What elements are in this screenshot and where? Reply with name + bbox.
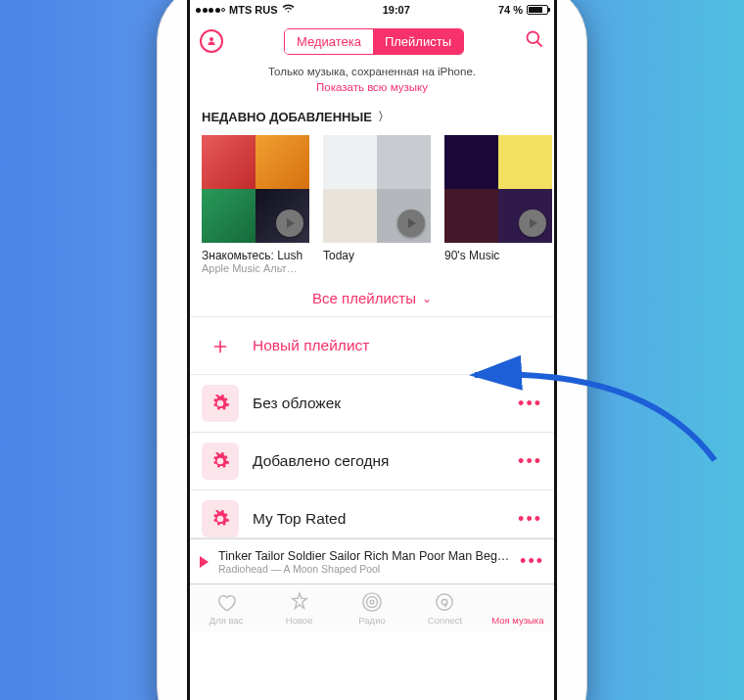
chevron-right-icon: 〉	[378, 109, 390, 125]
new-playlist-label: Новый плейлист	[253, 337, 542, 354]
tab-new[interactable]: Новое	[262, 584, 335, 631]
profile-icon[interactable]	[200, 29, 223, 53]
segmented-control: Медиатека Плейлисты	[284, 28, 464, 55]
tab-label: Connect	[428, 615, 462, 626]
recently-added-header[interactable]: НЕДАВНО ДОБАВЛЕННЫЕ 〉	[190, 103, 554, 131]
status-bar: MTS RUS 19:07 74 %	[190, 0, 554, 20]
more-icon[interactable]: •••	[518, 509, 542, 530]
all-playlists-selector[interactable]: Все плейлисты ⌄	[190, 274, 554, 316]
recent-card[interactable]: Знакомьтесь: Lush Apple Music Альт…	[202, 135, 309, 274]
more-icon[interactable]: •••	[518, 451, 542, 472]
card-title: Знакомьтесь: Lush	[202, 249, 309, 262]
recently-added-scroller[interactable]: Знакомьтесь: Lush Apple Music Альт… Toda…	[190, 131, 554, 274]
recently-added-label: НЕДАВНО ДОБАВЛЕННЫЕ	[202, 110, 372, 124]
wifi-icon	[282, 4, 295, 16]
svg-point-2	[370, 600, 374, 604]
now-playing-artist: Radiohead — A Moon Shaped Pool	[218, 563, 510, 575]
svg-point-4	[363, 592, 381, 610]
gear-icon	[202, 500, 239, 537]
more-icon[interactable]: •••	[518, 394, 542, 414]
chevron-down-icon: ⌄	[422, 292, 432, 305]
more-icon[interactable]: •••	[520, 551, 544, 572]
notice-text: Только музыка, сохраненная на iPhone.	[268, 66, 476, 77]
playlist-list: ＋ Новый плейлист Без обложек ••• Добавле…	[190, 316, 554, 538]
new-playlist-row[interactable]: ＋ Новый плейлист	[190, 317, 554, 375]
play-icon[interactable]	[397, 210, 425, 237]
play-icon[interactable]	[519, 210, 546, 237]
tab-for-you[interactable]: Для вас	[190, 584, 262, 631]
playlist-label: Без обложек	[253, 395, 504, 412]
playlist-label: My Top Rated	[253, 510, 504, 528]
battery-percent: 74 %	[498, 4, 523, 16]
status-right: 74 %	[498, 4, 548, 16]
tab-my-music[interactable]: Моя музыка	[482, 584, 554, 631]
card-subtitle: Apple Music Альт…	[202, 262, 309, 274]
svg-point-0	[528, 32, 539, 44]
svg-line-1	[537, 42, 542, 47]
segment-library[interactable]: Медиатека	[285, 29, 373, 54]
playlist-row[interactable]: Добавлено сегодня •••	[190, 433, 554, 490]
tab-label: Моя музыка	[491, 615, 543, 626]
gear-icon	[202, 385, 239, 422]
tab-label: Радио	[358, 615, 385, 626]
recent-card[interactable]: Today	[323, 135, 431, 274]
tab-radio[interactable]: Радио	[336, 584, 408, 631]
signal-dots-icon	[196, 8, 225, 13]
iphone-only-notice: Только музыка, сохраненная на iPhone. По…	[190, 63, 554, 103]
card-title: Today	[323, 249, 431, 262]
tab-connect[interactable]: Connect	[408, 584, 481, 631]
search-icon[interactable]	[525, 29, 544, 53]
now-playing-title: Tinker Tailor Soldier Sailor Rich Man Po…	[218, 549, 510, 563]
svg-point-3	[367, 596, 378, 607]
play-icon[interactable]	[276, 210, 303, 237]
show-all-music-link[interactable]: Показать всю музыку	[316, 81, 428, 93]
playlist-row[interactable]: My Top Rated •••	[190, 490, 554, 538]
playlist-label: Добавлено сегодня	[253, 452, 504, 470]
svg-point-5	[437, 593, 453, 610]
status-time: 19:07	[383, 4, 410, 16]
card-title: 90's Music	[444, 249, 552, 262]
tab-bar: Для вас Новое Радио Connect Моя музыка	[190, 583, 554, 631]
play-icon[interactable]	[200, 556, 209, 568]
gear-icon	[202, 443, 239, 480]
header-bar: Медиатека Плейлисты	[190, 20, 554, 63]
all-playlists-label: Все плейлисты	[312, 290, 416, 306]
playlist-row[interactable]: Без обложек •••	[190, 375, 554, 433]
battery-icon	[527, 5, 548, 15]
tab-label: Новое	[286, 615, 313, 626]
carrier-label: MTS RUS	[229, 4, 278, 16]
recent-card[interactable]: 90's Music	[444, 135, 552, 274]
now-playing-bar[interactable]: Tinker Tailor Soldier Sailor Rich Man Po…	[190, 538, 554, 583]
segment-playlists[interactable]: Плейлисты	[373, 29, 463, 54]
plus-icon: ＋	[209, 330, 232, 361]
tab-label: Для вас	[209, 615, 244, 626]
status-left: MTS RUS	[196, 4, 295, 16]
